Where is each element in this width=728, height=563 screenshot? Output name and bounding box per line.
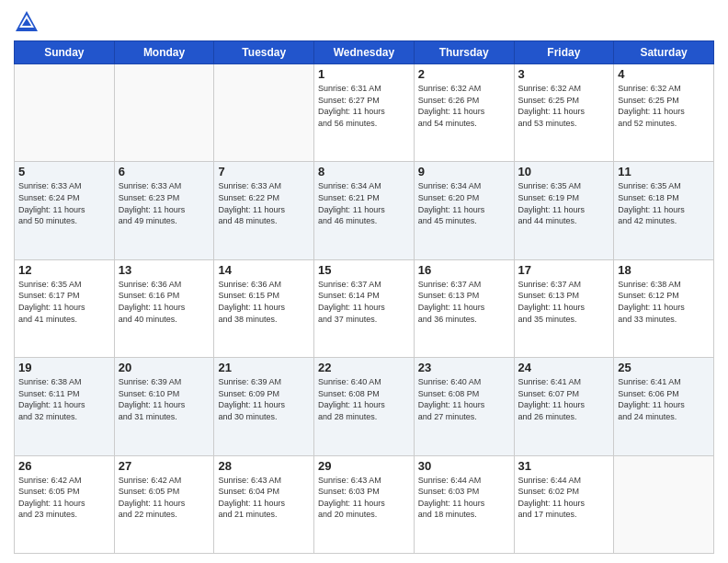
weekday-header-row: SundayMondayTuesdayWednesdayThursdayFrid… [15,41,714,64]
weekday-header-tuesday: Tuesday [214,41,314,64]
calendar-cell: 16Sunrise: 6:37 AM Sunset: 6:13 PM Dayli… [414,259,514,357]
logo [14,9,43,35]
calendar-cell: 7Sunrise: 6:33 AM Sunset: 6:22 PM Daylig… [214,162,314,259]
logo-icon [14,9,40,35]
calendar-cell: 14Sunrise: 6:36 AM Sunset: 6:15 PM Dayli… [214,259,314,357]
day-info: Sunrise: 6:32 AM Sunset: 6:26 PM Dayligh… [418,83,510,129]
calendar-cell: 1Sunrise: 6:31 AM Sunset: 6:27 PM Daylig… [314,64,415,162]
day-number: 16 [418,263,510,277]
calendar-week-5: 26Sunrise: 6:42 AM Sunset: 6:05 PM Dayli… [15,455,714,553]
day-number: 24 [518,361,610,374]
calendar-cell [614,455,714,553]
day-info: Sunrise: 6:34 AM Sunset: 6:21 PM Dayligh… [318,180,410,226]
day-number: 3 [518,67,610,81]
day-info: Sunrise: 6:33 AM Sunset: 6:24 PM Dayligh… [18,180,110,226]
day-info: Sunrise: 6:35 AM Sunset: 6:17 PM Dayligh… [18,279,110,325]
day-info: Sunrise: 6:34 AM Sunset: 6:20 PM Dayligh… [418,180,510,226]
calendar-cell [214,64,314,162]
day-number: 26 [18,459,110,473]
calendar-cell: 20Sunrise: 6:39 AM Sunset: 6:10 PM Dayli… [114,358,214,455]
day-number: 12 [18,263,110,277]
day-info: Sunrise: 6:33 AM Sunset: 6:22 PM Dayligh… [218,180,310,226]
calendar-cell: 22Sunrise: 6:40 AM Sunset: 6:08 PM Dayli… [314,358,415,455]
day-info: Sunrise: 6:37 AM Sunset: 6:14 PM Dayligh… [318,279,410,325]
day-number: 11 [618,165,710,178]
day-info: Sunrise: 6:44 AM Sunset: 6:02 PM Dayligh… [518,475,610,521]
calendar-cell: 28Sunrise: 6:43 AM Sunset: 6:04 PM Dayli… [214,455,314,553]
calendar-cell: 24Sunrise: 6:41 AM Sunset: 6:07 PM Dayli… [514,358,614,455]
day-number: 29 [318,459,410,473]
calendar-cell: 15Sunrise: 6:37 AM Sunset: 6:14 PM Dayli… [314,259,415,357]
day-info: Sunrise: 6:38 AM Sunset: 6:11 PM Dayligh… [18,376,110,422]
day-number: 28 [218,459,310,473]
page: SundayMondayTuesdayWednesdayThursdayFrid… [0,0,728,563]
calendar-cell [114,64,214,162]
day-number: 5 [18,165,110,178]
day-number: 20 [119,361,210,374]
day-info: Sunrise: 6:40 AM Sunset: 6:08 PM Dayligh… [318,376,410,422]
weekday-header-monday: Monday [114,41,214,64]
calendar-cell: 9Sunrise: 6:34 AM Sunset: 6:20 PM Daylig… [414,162,514,259]
day-number: 2 [418,67,510,81]
weekday-header-sunday: Sunday [15,41,115,64]
day-number: 4 [618,67,710,81]
day-number: 27 [119,459,210,473]
weekday-header-wednesday: Wednesday [314,41,415,64]
day-number: 19 [18,361,110,374]
calendar-cell: 2Sunrise: 6:32 AM Sunset: 6:26 PM Daylig… [414,64,514,162]
day-info: Sunrise: 6:37 AM Sunset: 6:13 PM Dayligh… [418,279,510,325]
day-info: Sunrise: 6:33 AM Sunset: 6:23 PM Dayligh… [119,180,210,226]
day-number: 23 [418,361,510,374]
calendar-cell: 17Sunrise: 6:37 AM Sunset: 6:13 PM Dayli… [514,259,614,357]
day-number: 30 [418,459,510,473]
header [14,9,714,35]
day-info: Sunrise: 6:39 AM Sunset: 6:10 PM Dayligh… [119,376,210,422]
calendar-cell: 12Sunrise: 6:35 AM Sunset: 6:17 PM Dayli… [15,259,115,357]
calendar-cell [15,64,115,162]
calendar-cell: 4Sunrise: 6:32 AM Sunset: 6:25 PM Daylig… [614,64,714,162]
weekday-header-saturday: Saturday [614,41,714,64]
day-info: Sunrise: 6:32 AM Sunset: 6:25 PM Dayligh… [518,83,610,129]
calendar-week-3: 12Sunrise: 6:35 AM Sunset: 6:17 PM Dayli… [15,259,714,357]
calendar-cell: 5Sunrise: 6:33 AM Sunset: 6:24 PM Daylig… [15,162,115,259]
calendar-cell: 26Sunrise: 6:42 AM Sunset: 6:05 PM Dayli… [15,455,115,553]
day-info: Sunrise: 6:35 AM Sunset: 6:19 PM Dayligh… [518,180,610,226]
day-number: 6 [119,165,210,178]
calendar-cell: 10Sunrise: 6:35 AM Sunset: 6:19 PM Dayli… [514,162,614,259]
day-number: 9 [418,165,510,178]
day-number: 10 [518,165,610,178]
day-number: 7 [218,165,310,178]
day-info: Sunrise: 6:37 AM Sunset: 6:13 PM Dayligh… [518,279,610,325]
day-info: Sunrise: 6:43 AM Sunset: 6:04 PM Dayligh… [218,475,310,521]
day-info: Sunrise: 6:32 AM Sunset: 6:25 PM Dayligh… [618,83,710,129]
day-number: 21 [218,361,310,374]
day-number: 15 [318,263,410,277]
calendar-cell: 23Sunrise: 6:40 AM Sunset: 6:08 PM Dayli… [414,358,514,455]
day-number: 1 [318,67,410,81]
calendar-cell: 29Sunrise: 6:43 AM Sunset: 6:03 PM Dayli… [314,455,415,553]
day-info: Sunrise: 6:44 AM Sunset: 6:03 PM Dayligh… [418,475,510,521]
day-info: Sunrise: 6:35 AM Sunset: 6:18 PM Dayligh… [618,180,710,226]
day-number: 18 [618,263,710,277]
day-info: Sunrise: 6:31 AM Sunset: 6:27 PM Dayligh… [318,83,410,129]
day-info: Sunrise: 6:36 AM Sunset: 6:16 PM Dayligh… [119,279,210,325]
calendar-cell: 18Sunrise: 6:38 AM Sunset: 6:12 PM Dayli… [614,259,714,357]
calendar-cell: 8Sunrise: 6:34 AM Sunset: 6:21 PM Daylig… [314,162,415,259]
day-number: 8 [318,165,410,178]
calendar-cell: 19Sunrise: 6:38 AM Sunset: 6:11 PM Dayli… [15,358,115,455]
day-info: Sunrise: 6:41 AM Sunset: 6:06 PM Dayligh… [618,376,710,422]
weekday-header-friday: Friday [514,41,614,64]
calendar-cell: 6Sunrise: 6:33 AM Sunset: 6:23 PM Daylig… [114,162,214,259]
calendar-cell: 25Sunrise: 6:41 AM Sunset: 6:06 PM Dayli… [614,358,714,455]
day-info: Sunrise: 6:43 AM Sunset: 6:03 PM Dayligh… [318,475,410,521]
day-number: 14 [218,263,310,277]
calendar-week-1: 1Sunrise: 6:31 AM Sunset: 6:27 PM Daylig… [15,64,714,162]
calendar-cell: 31Sunrise: 6:44 AM Sunset: 6:02 PM Dayli… [514,455,614,553]
day-number: 13 [119,263,210,277]
calendar-cell: 13Sunrise: 6:36 AM Sunset: 6:16 PM Dayli… [114,259,214,357]
day-info: Sunrise: 6:38 AM Sunset: 6:12 PM Dayligh… [618,279,710,325]
calendar-week-2: 5Sunrise: 6:33 AM Sunset: 6:24 PM Daylig… [15,162,714,259]
calendar-cell: 21Sunrise: 6:39 AM Sunset: 6:09 PM Dayli… [214,358,314,455]
day-info: Sunrise: 6:42 AM Sunset: 6:05 PM Dayligh… [119,475,210,521]
day-number: 22 [318,361,410,374]
